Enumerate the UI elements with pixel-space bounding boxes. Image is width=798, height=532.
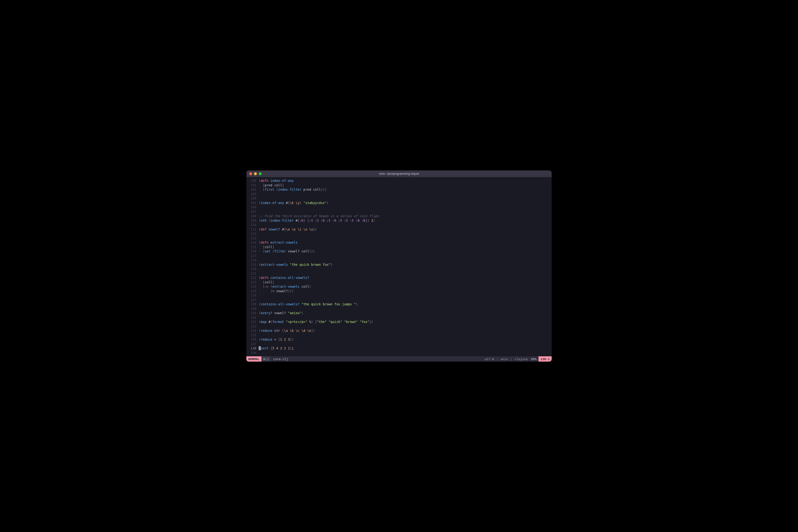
close-button[interactable] — [249, 172, 252, 175]
encoding: utf-8 — [485, 357, 494, 361]
code-line[interactable]: 126 — [246, 293, 552, 298]
line-number: 127 — [246, 298, 259, 302]
code-line[interactable]: 101│ [pred coll] — [246, 183, 552, 188]
code-line[interactable]: 137 — [246, 342, 552, 346]
code-content[interactable]: │ (set (filter vowel? coll))) — [259, 249, 315, 253]
line-number: 138 — [246, 346, 259, 350]
code-line[interactable]: 133 — [246, 324, 552, 329]
line-number: 101 — [246, 183, 259, 188]
code-content[interactable]: (nth (index-filter #{:h} [:t :t :h :t :h… — [259, 218, 375, 223]
line-number: 112 — [246, 231, 259, 236]
maximize-button[interactable] — [259, 172, 262, 175]
line-number: 130 — [246, 311, 259, 315]
minimize-button[interactable] — [254, 172, 257, 175]
line-number: 103 — [246, 192, 259, 196]
line-number: 124 — [246, 284, 259, 289]
code-line[interactable]: 138(sort [5 4 3 2 1]) — [246, 346, 552, 350]
terminal-window: nvim ~/p/c/programming-clojure 100(defn … — [246, 170, 552, 362]
code-line[interactable]: 102│ (first (index-filter pred coll))) — [246, 187, 552, 192]
code-line[interactable]: 123│ [coll] — [246, 280, 552, 285]
code-line[interactable]: 125│ │ (= vowel?))) — [246, 289, 552, 293]
code-line[interactable]: 136(reduce + [1 2 3]) — [246, 337, 552, 342]
code-content[interactable]: (def vowel? #{\a \e \i \o \u}) — [259, 227, 317, 232]
code-line[interactable]: 135 — [246, 333, 552, 338]
code-line[interactable]: 115│ [coll] — [246, 245, 552, 249]
line-number: 136 — [246, 337, 259, 342]
code-line[interactable]: 130(every? vowel? "aeiou") — [246, 311, 552, 315]
code-content[interactable]: (defn contains-all-vowels? — [259, 276, 309, 280]
line-number: 109 — [246, 218, 259, 223]
code-line[interactable]: 119(extract-vowels "the quick brown fox"… — [246, 262, 552, 267]
code-line[interactable]: 121 — [246, 271, 552, 276]
code-line[interactable]: 120 — [246, 267, 552, 271]
code-line[interactable]: 131 — [246, 315, 552, 320]
code-line[interactable]: 114(defn extract-vowels — [246, 240, 552, 245]
code-line[interactable]: 139 — [246, 350, 552, 355]
code-content[interactable]: (sort [5 4 3 2 1]) — [259, 346, 294, 350]
editor-area[interactable]: 100(defn index-of-any101│ [pred coll]102… — [246, 177, 552, 356]
line-number: 132 — [246, 320, 259, 324]
code-line[interactable]: 100(defn index-of-any — [246, 178, 552, 183]
code-line[interactable]: 111(def vowel? #{\a \e \i \o \u}) — [246, 227, 552, 232]
line-number: 105 — [246, 201, 259, 205]
code-line[interactable]: 105(index-of-any #{\b \y} "zzabyycdxx") — [246, 201, 552, 205]
code-line[interactable]: 112 — [246, 231, 552, 236]
line-number: 139 — [246, 350, 259, 355]
code-line[interactable]: 124│ (—» (extract-vowels coll) — [246, 284, 552, 289]
code-content[interactable]: │ (—» (extract-vowels coll) — [259, 284, 311, 289]
code-content[interactable]: ;; Find the third occurance of heads in … — [259, 214, 379, 218]
code-content[interactable]: │ [coll] — [259, 245, 274, 249]
code-content[interactable]: (contains-all-vowels? "the quick brown f… — [259, 302, 358, 306]
code-content[interactable]: (every? vowel? "aeiou") — [259, 311, 303, 315]
line-number: 108 — [246, 214, 259, 218]
titlebar[interactable]: nvim ~/p/c/programming-clojure — [246, 170, 552, 177]
filetype: clojure — [515, 357, 528, 361]
filename-label: core.clj — [271, 357, 291, 361]
code-line[interactable]: 129 — [246, 306, 552, 311]
line-number: 115 — [246, 245, 259, 249]
code-line[interactable]: 134(reduce str [\a \b \c \d \e]) — [246, 328, 552, 333]
code-content[interactable]: (defn extract-vowels — [259, 240, 298, 245]
line-number: 116 — [246, 249, 259, 253]
code-content[interactable]: │ (first (index-filter pred coll))) — [259, 187, 327, 192]
warning-count: W:1 — [261, 356, 271, 362]
code-line[interactable]: 106 — [246, 205, 552, 210]
code-line[interactable]: 107 — [246, 210, 552, 214]
code-line[interactable]: 110 — [246, 223, 552, 227]
mode-indicator: NORMAL — [246, 356, 261, 362]
code-line[interactable]: 116│ (set (filter vowel? coll))) — [246, 249, 552, 253]
line-number: 128 — [246, 302, 259, 306]
line-number: 126 — [246, 293, 259, 298]
code-line[interactable]: 104 — [246, 196, 552, 201]
code-content[interactable]: (reduce + [1 2 3]) — [259, 337, 294, 342]
code-line[interactable]: 109(nth (index-filter #{:h} [:t :t :h :t… — [246, 218, 552, 223]
code-line[interactable]: 128(contains-all-vowels? "the quick brow… — [246, 302, 552, 306]
code-line[interactable]: 127 — [246, 298, 552, 302]
scroll-percent: 69% — [529, 357, 538, 361]
code-line[interactable]: 103 — [246, 192, 552, 196]
code-line[interactable]: 132(map #(format "<p>%s</p>" %) ["the" "… — [246, 320, 552, 324]
line-number: 113 — [246, 236, 259, 241]
code-line[interactable]: 122(defn contains-all-vowels? — [246, 276, 552, 280]
line-number: 120 — [246, 267, 259, 271]
code-content[interactable]: (index-of-any #{\b \y} "zzabyycdxx") — [259, 201, 329, 205]
code-content[interactable]: (extract-vowels "the quick brown fox") — [259, 262, 332, 267]
code-content[interactable]: (defn index-of-any — [259, 178, 294, 183]
line-number: 122 — [246, 276, 259, 280]
code-content[interactable]: │ [pred coll] — [259, 183, 284, 188]
traffic-lights — [249, 172, 262, 175]
line-number: 123 — [246, 280, 259, 285]
code-line[interactable]: 113 — [246, 236, 552, 241]
line-number: 107 — [246, 210, 259, 214]
code-content[interactable]: │ [coll] — [259, 280, 274, 285]
code-line[interactable]: 108;; Find the third occurance of heads … — [246, 214, 552, 218]
code-line[interactable]: 118 — [246, 258, 552, 262]
line-number: 114 — [246, 240, 259, 245]
code-content[interactable]: (map #(format "<p>%s</p>" %) ["the" "qui… — [259, 320, 373, 324]
line-number: 134 — [246, 328, 259, 333]
cursor-position: 138:1 — [539, 356, 552, 362]
code-content[interactable]: (reduce str [\a \b \c \d \e]) — [259, 328, 315, 333]
code-line[interactable]: 117 — [246, 253, 552, 258]
window-title: nvim ~/p/c/programming-clojure — [379, 172, 419, 175]
code-content[interactable]: │ │ (= vowel?))) — [259, 289, 294, 293]
